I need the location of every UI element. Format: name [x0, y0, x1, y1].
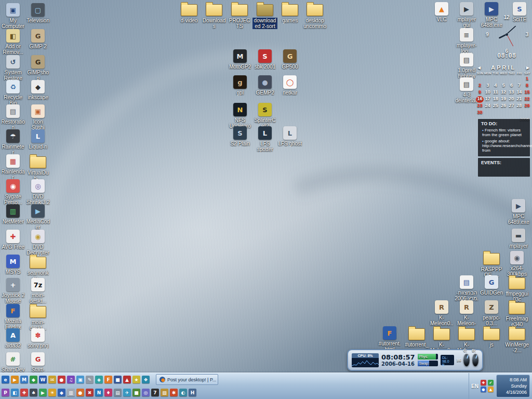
quicklaunch-icon[interactable]: ☀: [48, 389, 56, 396]
tray-icon[interactable]: ●: [481, 387, 486, 392]
desktop-icon[interactable]: PROJECTS: [227, 1, 252, 29]
calendar-day[interactable]: 28: [515, 103, 523, 110]
desktop-icon[interactable]: ☂Rainmeter: [1, 128, 25, 155]
calendar-day[interactable]: 29: [523, 103, 531, 110]
quicklaunch-icon[interactable]: F: [104, 376, 112, 383]
quicklaunch-icon[interactable]: ◐: [179, 389, 187, 396]
desktop-icon[interactable]: ♻Recycle Bin: [1, 79, 25, 106]
quicklaunch-icon[interactable]: ▶: [39, 389, 47, 396]
disk-d-knob[interactable]: D:: [472, 354, 478, 366]
desktop-icon[interactable]: RK-Meleon0...: [429, 299, 454, 327]
calendar-day[interactable]: 21: [515, 96, 523, 103]
desktop-icon[interactable]: LLFS ghost: [277, 125, 302, 147]
calendar-day[interactable]: 15: [523, 89, 531, 96]
calendar-day[interactable]: 4: [491, 83, 499, 89]
desktop-icon[interactable]: ◉DVD Decrypter: [25, 229, 50, 256]
quicklaunch-icon[interactable]: ♠: [30, 389, 37, 396]
desktop-icon[interactable]: moin-deskt...: [25, 303, 50, 331]
desktop-icon[interactable]: ▣Icon Sushi: [25, 103, 50, 130]
desktop-icon[interactable]: desktop uncommon: [302, 1, 327, 30]
quicklaunch-icon[interactable]: ●: [58, 376, 65, 383]
quicklaunch-icon[interactable]: ▲: [123, 376, 131, 383]
tray-icon[interactable]: ✔: [488, 380, 494, 385]
desktop-icon[interactable]: RASPPPOE_...: [479, 250, 504, 278]
calendar-day[interactable]: 13: [508, 89, 515, 96]
quicklaunch-icon[interactable]: ▶: [11, 376, 19, 383]
calendar-day[interactable]: 24: [484, 103, 491, 110]
calendar-day[interactable]: 27: [508, 103, 515, 110]
desktop-icon[interactable]: Aaida32: [1, 327, 25, 349]
calendar-day[interactable]: 23: [476, 103, 484, 110]
desktop-icon[interactable]: ●GEMP2: [252, 74, 277, 96]
quicklaunch-icon[interactable]: ✈: [123, 389, 131, 396]
quicklaunch-icon[interactable]: H: [189, 389, 196, 396]
quicklaunch-icon[interactable]: ▣: [76, 376, 84, 383]
quicklaunch-icon[interactable]: ♫: [67, 376, 75, 383]
desktop-icon[interactable]: ggpl: [228, 74, 252, 96]
tray-icon[interactable]: ✚: [481, 380, 486, 385]
desktop-icon[interactable]: ↺System Restore: [1, 54, 25, 81]
quicklaunch-icon[interactable]: ◆: [30, 376, 37, 383]
calendar-day[interactable]: 17: [484, 96, 491, 103]
desktop-icon[interactable]: ▦Rainlendar: [1, 153, 25, 180]
quicklaunch-icon[interactable]: ◆: [58, 389, 65, 396]
calendar-day[interactable]: 16: [476, 96, 484, 103]
quicklaunch-icon[interactable]: ◈: [95, 376, 103, 383]
desktop-icon[interactable]: F#utorrent.html: [377, 325, 402, 352]
calendar-day[interactable]: 1: [523, 76, 531, 83]
calendar-day[interactable]: 3: [484, 83, 491, 89]
desktop-icon[interactable]: 7zmoin-deskt...: [25, 277, 50, 304]
desktop-icon[interactable]: VirtualDub-...: [25, 153, 50, 181]
desktop-icon[interactable]: ◉Sygate Perso...: [1, 178, 25, 205]
desktop-icon[interactable]: ▶MPC 6489.exe: [506, 198, 531, 225]
quicklaunch-icon[interactable]: ▥: [67, 389, 75, 396]
desktop-icon[interactable]: SS2 Plain: [228, 125, 252, 147]
desktop-icon[interactable]: MMSYS: [1, 254, 25, 275]
desktop-icon[interactable]: ✽sony.png: [25, 327, 50, 349]
calendar-day[interactable]: 19: [499, 96, 507, 103]
desktop-icon[interactable]: ✚AVG Free: [1, 229, 25, 250]
desktop-icon[interactable]: ≡mplayer-loo...: [454, 27, 479, 54]
desktop-icon[interactable]: ▣My Computer: [1, 2, 25, 29]
desktop-icon[interactable]: ▢Television: [25, 2, 50, 23]
desktop-icon[interactable]: downloaded 2-sort: [252, 1, 277, 29]
quicklaunch-icon[interactable]: P: [2, 389, 9, 396]
quicklaunch-icon[interactable]: ▤: [114, 389, 122, 396]
tray-clock[interactable]: 8:08 AM Sunday 4/16/2006: [496, 375, 530, 397]
quicklaunch-icon[interactable]: ●: [76, 389, 84, 396]
calendar-day[interactable]: 8: [523, 83, 531, 89]
quicklaunch-icon[interactable]: ♦: [104, 389, 112, 396]
desktop-icon[interactable]: GGP500: [277, 48, 302, 70]
calendar-day[interactable]: 5: [499, 83, 507, 89]
quicklaunch-icon[interactable]: ◧: [11, 389, 19, 396]
desktop-icon[interactable]: ◉x264-300kbps mp3-644bps: [504, 250, 529, 277]
disk-c-knob[interactable]: C:: [463, 354, 470, 366]
calendar-day[interactable]: 12: [499, 89, 507, 96]
quicklaunch-icon[interactable]: ◎: [142, 389, 150, 396]
desktop-icon[interactable]: ▲VLC: [429, 1, 454, 22]
desktop-icon[interactable]: ▤Restoration: [1, 103, 25, 130]
calendar-day[interactable]: 30: [476, 110, 484, 116]
quicklaunch-icon[interactable]: ✱: [170, 389, 178, 396]
calendar-day[interactable]: 2: [476, 83, 484, 89]
calendar-day[interactable]: 20: [508, 96, 515, 103]
desktop-icon[interactable]: ▤הבמצוות-מרץ-2006.doc: [454, 274, 479, 302]
calendar-prev-arrow[interactable]: ◀: [477, 65, 481, 70]
desktop-icon[interactable]: ▥NetMeter: [1, 203, 25, 224]
calendar-day[interactable]: 25: [491, 103, 499, 110]
quicklaunch-icon[interactable]: N: [95, 389, 103, 396]
desktop-icon[interactable]: RK-Meleon-M...: [454, 299, 479, 327]
desktop-icon[interactable]: d-video: [177, 1, 202, 23]
desktop-icon[interactable]: Zpearpc-0.3...: [479, 299, 504, 326]
desktop-icon[interactable]: ▤1.0pre8 hebrew: [454, 52, 479, 79]
calendar-day[interactable]: 10: [484, 89, 491, 96]
desktop-icon[interactable]: ▤4-3 deinterlace: [454, 76, 479, 104]
calendar-day[interactable]: 11: [491, 89, 499, 96]
quicklaunch-icon[interactable]: M: [20, 376, 28, 383]
desktop-icon[interactable]: GGIMPshop: [25, 54, 50, 81]
quicklaunch-icon[interactable]: ✉: [48, 376, 56, 383]
desktop-icon[interactable]: FMozilla Firefox: [1, 303, 25, 330]
desktop-icon[interactable]: LLFS spotter: [252, 125, 277, 152]
desktop-icon[interactable]: ▶mplayer gui: [454, 1, 479, 28]
calendar-day[interactable]: 22: [523, 96, 531, 103]
